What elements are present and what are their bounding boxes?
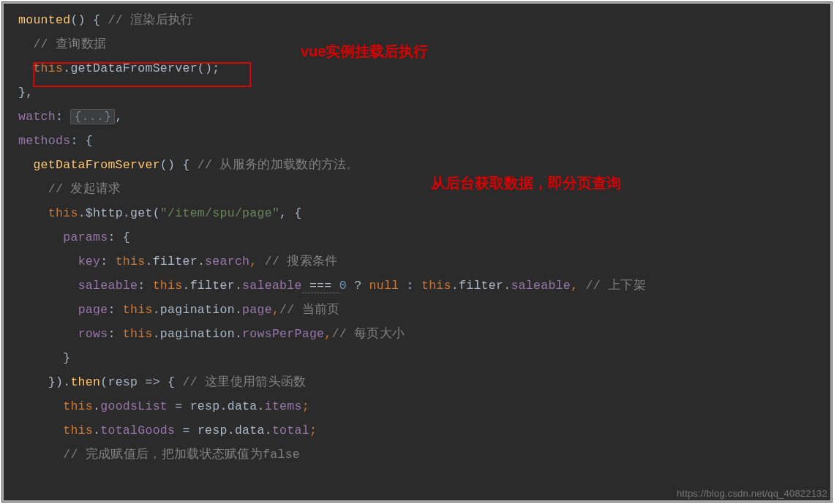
fold-region[interactable]: {...} (70, 109, 115, 124)
annotation-text: 从后台获取数据，即分页查询 (431, 173, 621, 193)
code-line: key: this.filter.search, // 搜索条件 (2, 249, 832, 274)
code-line: rows: this.pagination.rowsPerPage,// 每页大… (2, 322, 832, 346)
code-line: }).then(resp => { // 这里使用箭头函数 (2, 370, 832, 394)
code-line: this.$http.get("/item/spu/page", { (2, 201, 832, 225)
comment: // 从服务的加载数的方法。 (198, 158, 359, 172)
code-line: mounted() { // 渲染后执行 (2, 8, 832, 32)
code-line: watch: {...}, (2, 105, 832, 129)
property: watch (18, 110, 56, 124)
code-line: saleable: this.filter.saleable === 0 ? n… (2, 274, 832, 298)
annotation-text: vue实例挂载后执行 (301, 42, 428, 61)
comment: // 查询数据 (33, 37, 106, 51)
code-line: this.totalGoods = resp.data.total; (2, 418, 832, 443)
code-editor: mounted() { // 渲染后执行 // 查询数据 this.getDat… (1, 1, 833, 503)
code-line: params: { (2, 225, 832, 249)
comment: // 渲染后执行 (108, 13, 193, 27)
property: methods (18, 134, 70, 148)
code-line: } (2, 346, 832, 370)
watermark: https://blog.csdn.net/qq_40822132 (677, 488, 827, 499)
comment: // 发起请求 (48, 182, 121, 196)
string-literal: "/item/spu/page" (160, 206, 279, 220)
code-line: this.goodsList = resp.data.items; (2, 394, 832, 418)
highlight-box (33, 62, 251, 87)
code-line: // 完成赋值后，把加载状态赋值为false (2, 443, 832, 467)
code-line: getDataFromServer() { // 从服务的加载数的方法。 (2, 153, 832, 177)
function-name: getDataFromServer (33, 158, 159, 172)
code-line: page: this.pagination.page,// 当前页 (2, 298, 832, 322)
function-name: mounted (18, 13, 70, 27)
code-line: methods: { (2, 129, 832, 153)
code-line: // 发起请求 (2, 177, 832, 201)
